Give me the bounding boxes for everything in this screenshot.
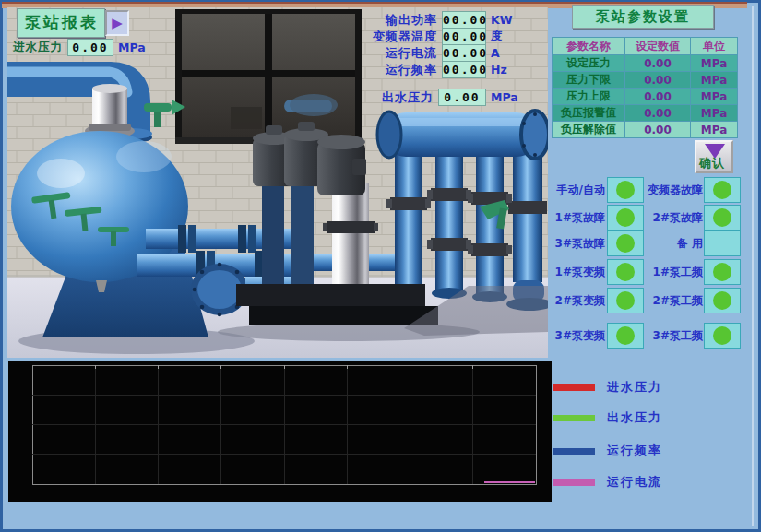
outlet-pressure-readout: 出水压力 0.00 MPa	[284, 89, 517, 105]
run-frequency-label: 运行频率	[386, 62, 437, 78]
confirm-button-label: 确认	[699, 155, 725, 171]
report-button-label: 泵站报表	[17, 8, 105, 38]
indicator-label-pump3-fault: 3#泵故障	[555, 236, 605, 252]
play-icon[interactable]: ▶	[105, 10, 129, 36]
lamp-icon	[616, 326, 635, 345]
outlet-pressure-unit: MPa	[491, 90, 517, 104]
inlet-pressure-value: 0.00	[67, 39, 113, 56]
report-button[interactable]: 泵站报表 ▶	[17, 8, 129, 38]
indicator-label-pump1-vfd: 1#泵变频	[555, 265, 605, 280]
lamp-icon	[713, 208, 731, 227]
lamp-icon	[713, 181, 731, 199]
param-name: 负压解除值	[553, 122, 624, 137]
param-unit: MPa	[691, 89, 737, 104]
param-name: 压力下限	[553, 72, 624, 88]
run-current-unit: A	[491, 46, 517, 60]
output-power-value: 00.00	[442, 11, 486, 29]
pump-station-3d-view: 泵站报表 ▶ 进水压力 0.00 MPa 输出功率 00.00 KW 变频器温度…	[7, 7, 548, 358]
run-frequency-readout: 运行频率 00.00 Hz	[284, 62, 517, 77]
param-value-field[interactable]: 0.00	[625, 122, 690, 137]
pump-station-hmi-screen: 泵站报表 ▶ 进水压力 0.00 MPa 输出功率 00.00 KW 变频器温度…	[0, 0, 761, 532]
lamp-icon	[713, 291, 731, 310]
lamp-icon	[616, 263, 635, 281]
legend-label-inlet-pressure: 进水压力	[607, 379, 662, 396]
indicator-pump2-mains	[704, 288, 741, 313]
outlet-pressure-value: 0.00	[438, 89, 486, 106]
param-value-field[interactable]: 0.00	[625, 105, 690, 121]
parameter-table: 参数名称 设定数值 单位 设定压力 0.00 MPa 压力下限 0.00 MPa…	[552, 37, 738, 138]
indicator-spare	[704, 231, 741, 256]
run-current-label: 运行电流	[386, 45, 437, 62]
indicator-pump2-fault	[704, 205, 741, 231]
settings-panel-title: 泵站参数设置	[572, 5, 714, 29]
indicator-vfd-fault	[704, 177, 741, 203]
col-header-unit: 单位	[691, 38, 737, 54]
indicator-pump1-vfd	[607, 259, 644, 285]
outlet-pressure-label: 出水压力	[382, 89, 434, 106]
inverter-temp-unit: 度	[491, 29, 517, 44]
inlet-pressure-label: 进水压力	[13, 40, 63, 55]
output-power-label: 输出功率	[386, 12, 437, 29]
inlet-pressure-readout: 进水压力 0.00 MPa	[13, 39, 146, 56]
run-frequency-value: 00.00	[442, 61, 486, 78]
lamp-icon	[616, 181, 635, 199]
param-value-field[interactable]: 0.00	[625, 55, 690, 71]
discharge-manifold	[377, 111, 548, 159]
indicator-pump1-mains	[704, 259, 741, 285]
indicator-label-pump2-vfd: 2#泵变频	[555, 293, 605, 309]
inlet-pressure-unit: MPa	[118, 41, 146, 54]
param-unit: MPa	[691, 55, 737, 71]
indicator-label-pump1-mains: 1#泵工频	[653, 265, 703, 280]
lamp-icon	[713, 326, 731, 345]
lamp-icon	[713, 263, 731, 281]
lamp-icon	[616, 291, 635, 310]
legend-swatch-run-current	[553, 479, 595, 486]
col-header-value: 设定数值	[625, 38, 690, 54]
trend-chart	[8, 361, 552, 502]
run-current-readout: 运行电流 00.00 A	[284, 45, 517, 61]
indicator-label-vfd-fault: 变频器故障	[648, 183, 703, 198]
legend-label-run-frequency: 运行频率	[607, 443, 662, 459]
lamp-icon	[616, 234, 635, 253]
legend-swatch-outlet-pressure	[553, 415, 595, 421]
indicator-pump3-vfd	[607, 323, 644, 349]
inverter-temp-value: 00.00	[442, 28, 486, 45]
param-name: 设定压力	[553, 55, 624, 71]
param-unit: MPa	[691, 105, 737, 121]
legend-label-outlet-pressure: 出水压力	[607, 409, 662, 426]
param-unit: MPa	[691, 122, 737, 137]
lamp-icon	[616, 208, 635, 227]
inverter-temp-label: 变频器温度	[373, 29, 437, 45]
col-header-name: 参数名称	[553, 38, 624, 54]
indicator-pump3-mains	[704, 323, 741, 349]
indicator-label-pump2-fault: 2#泵故障	[653, 210, 703, 226]
indicator-label-manual-auto: 手动/自动	[557, 183, 605, 198]
run-frequency-unit: Hz	[491, 63, 517, 77]
output-power-readout: 输出功率 00.00 KW	[284, 12, 517, 28]
indicator-label-pump2-mains: 2#泵工频	[653, 293, 703, 309]
inverter-temp-readout: 变频器温度 00.00 度	[284, 29, 517, 44]
param-name: 压力上限	[553, 89, 624, 104]
legend-label-run-current: 运行电流	[607, 474, 662, 491]
indicator-label-pump1-fault: 1#泵故障	[555, 210, 605, 226]
settings-panel: 泵站参数设置 参数名称 设定数值 单位 设定压力 0.00 MPa 压力下限 0…	[550, 0, 761, 532]
run-current-value: 00.00	[442, 44, 486, 62]
indicator-label-spare: 备 用	[677, 236, 703, 252]
indicator-pump1-fault	[607, 205, 644, 231]
param-value-field[interactable]: 0.00	[625, 89, 690, 104]
param-value-field[interactable]: 0.00	[625, 72, 690, 88]
indicator-manual-auto	[607, 177, 644, 203]
indicator-label-pump3-vfd: 3#泵变频	[555, 328, 605, 344]
indicator-pump3-fault	[607, 231, 644, 256]
indicator-label-pump3-mains: 3#泵工频	[653, 328, 703, 344]
param-unit: MPa	[691, 72, 737, 88]
legend-swatch-run-frequency	[553, 448, 595, 455]
legend-swatch-inlet-pressure	[553, 384, 595, 391]
param-name: 负压报警值	[553, 105, 624, 121]
trend-chart-plot	[8, 361, 552, 502]
output-power-unit: KW	[491, 13, 517, 27]
confirm-button[interactable]: 确认	[695, 140, 733, 173]
indicator-pump2-vfd	[607, 288, 644, 313]
frame-inner-line	[752, 6, 754, 526]
